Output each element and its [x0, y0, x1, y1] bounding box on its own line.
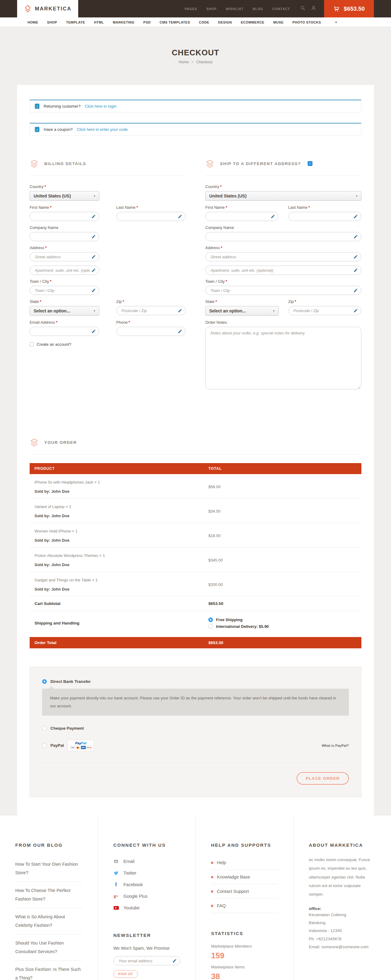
breadcrumb-home[interactable]: Home [179, 60, 189, 64]
social-twitter-link[interactable]: Twitter [123, 870, 137, 875]
office-label: office: [309, 906, 376, 911]
info-icon: i [35, 103, 40, 109]
help-link[interactable]: Help [217, 860, 226, 865]
user-account-icon[interactable] [311, 5, 316, 12]
billing-last-name-input[interactable] [116, 212, 186, 221]
menu-html[interactable]: HTML [94, 21, 104, 24]
newsletter-signup-button[interactable]: SIGN UP [113, 970, 138, 978]
shipping-zip-input[interactable] [288, 306, 362, 315]
billing-apartment-input[interactable] [30, 266, 99, 275]
shipping-option-international[interactable]: International Delivery: $5.90 [208, 624, 356, 629]
blog-link[interactable]: How To Start Your Own Fashion Store? [15, 860, 83, 877]
menu-cms-templates[interactable]: CMS TEMPLATES [159, 21, 190, 24]
billing-country-select[interactable]: United States (US) ▾ [30, 191, 99, 201]
shipping-option-free[interactable]: Free Shipping [208, 617, 356, 622]
help-link[interactable]: Knowladge Base [217, 875, 250, 880]
menu-design[interactable]: DESIGN [218, 21, 232, 24]
breadcrumb-current: Checkout [196, 60, 212, 64]
twitter-icon [113, 870, 119, 875]
chevron-down-icon[interactable]: » [334, 21, 338, 23]
menu-template[interactable]: TEMPLATE [66, 21, 85, 24]
shipping-last-name-input[interactable] [288, 212, 362, 221]
menu-photo-stocks[interactable]: PHOTO STOCKS [292, 21, 321, 24]
top-nav-shop[interactable]: SHOP [206, 7, 216, 11]
cart-icon [333, 5, 340, 12]
list-item: Contact Support [211, 885, 278, 899]
top-nav-blog[interactable]: BLOG [253, 7, 263, 11]
newsletter-email-input[interactable] [113, 956, 180, 965]
social-youtube-link[interactable]: Youtube [123, 905, 140, 910]
top-nav-wishlist[interactable]: WISHLIST [226, 7, 243, 11]
footer-blog-column: FROM OUR BLOG How To Start Your Own Fash… [0, 816, 98, 980]
pen-icon [353, 214, 358, 219]
billing-town-input[interactable] [30, 286, 99, 295]
footer-about-column: ABOUT MARKETICA ec mollis lorem consequa… [293, 816, 391, 980]
cart-button[interactable]: $653.50 [324, 0, 374, 18]
shipping-apartment-input[interactable] [205, 266, 361, 275]
list-item: g+ Google Plus [113, 891, 180, 902]
radio-direct-bank-transfer[interactable] [42, 679, 47, 684]
coupon-link[interactable]: Click here to enter your code [77, 127, 128, 132]
menu-marketing[interactable]: MARKETING [113, 21, 134, 24]
list-item: Help [211, 856, 278, 870]
search-icon[interactable] [300, 5, 305, 12]
place-order-button[interactable]: PLACE ORDER [297, 772, 349, 785]
billing-email-input[interactable] [30, 327, 99, 336]
billing-company-input[interactable] [30, 232, 99, 241]
menu-code[interactable]: CODE [199, 21, 209, 24]
ship-different-checkbox[interactable]: ✓ [308, 161, 313, 166]
billing-street-input[interactable] [30, 252, 99, 261]
radio-cheque-payment[interactable] [42, 726, 47, 730]
login-link[interactable]: Click here to login [85, 104, 116, 108]
billing-phone-input[interactable] [116, 327, 186, 336]
shipping-company-input[interactable] [205, 232, 361, 241]
payment-method-paypal[interactable]: PayPal PayPal VISA AMEX DISC What is Pay… [42, 740, 349, 751]
subtotal-value: $653.50 [208, 601, 356, 606]
help-link[interactable]: Contact Support [217, 889, 249, 894]
menu-muse[interactable]: MUSE [273, 21, 283, 24]
order-notes-label: Order Notes [205, 320, 361, 325]
top-nav-pages[interactable]: PAGES [185, 7, 197, 11]
help-link[interactable]: FAQ [217, 903, 226, 908]
brand-logo[interactable]: MARKETICA [17, 0, 78, 18]
footer-help-title: HELP AND SUPPORTS [211, 842, 278, 848]
radio-paypal[interactable] [42, 743, 47, 748]
shipping-country-select[interactable]: United States (US) ▾ [205, 191, 361, 201]
shipping-state-select[interactable]: Select an option... ▾ [205, 306, 278, 316]
shipping-town-input[interactable] [205, 286, 361, 295]
billing-zip-input[interactable] [116, 306, 186, 315]
order-notes-textarea[interactable] [205, 327, 361, 390]
menu-ecommerce[interactable]: ECOMMERCE [241, 21, 264, 24]
footer-connect-column: CONNECT WITH US Email Twitter f Facebook… [98, 816, 196, 980]
blog-link[interactable]: How To Choose The Perfect Fashion Store? [15, 886, 83, 903]
menu-home[interactable]: HOME [27, 21, 38, 24]
pen-icon [353, 309, 358, 313]
shipping-street-input[interactable] [205, 252, 361, 261]
menu-psd[interactable]: PSD [143, 21, 151, 24]
create-account-checkbox[interactable] [30, 342, 33, 346]
blog-link[interactable]: Should You Use Fashion Consultant Servic… [15, 939, 83, 956]
social-email-link[interactable]: Email [123, 859, 134, 864]
social-google-plus-link[interactable]: Google Plus [123, 894, 148, 899]
billing-first-name-input[interactable] [30, 212, 99, 221]
layers-icon [205, 159, 215, 168]
menu-shop[interactable]: SHOP [47, 21, 57, 24]
address-line: Indonesia - 12345 [309, 927, 376, 935]
newsletter-title: NEWSLETTER [113, 932, 180, 938]
page-title: CHECKOUT [172, 48, 219, 57]
shipping-first-name-input[interactable] [205, 212, 278, 221]
billing-state-select[interactable]: Select an option... ▾ [30, 306, 99, 316]
blog-link[interactable]: Plus Size Fashion: Is There Such a Thing… [15, 965, 83, 980]
order-total-bar: Order Total $653.50 [30, 637, 361, 648]
what-is-paypal-link[interactable]: What is PayPal? [322, 744, 349, 748]
payment-method-cheque[interactable]: Cheque Payment [42, 726, 349, 730]
blog-link[interactable]: What is So Alluring About Celebrity Fash… [15, 913, 83, 929]
footer-blog-title: FROM OUR BLOG [15, 842, 83, 848]
pen-icon [178, 309, 182, 313]
social-facebook-link[interactable]: Facebook [123, 882, 143, 887]
top-nav: PAGES SHOP WISHLIST BLOG CONTACT [185, 0, 290, 18]
payment-method-bank[interactable]: Direct Bank Transfer [42, 679, 349, 684]
radio-free-shipping[interactable] [208, 617, 213, 622]
top-nav-contact[interactable]: CONTACT [272, 7, 290, 11]
radio-international-delivery[interactable] [208, 624, 213, 629]
